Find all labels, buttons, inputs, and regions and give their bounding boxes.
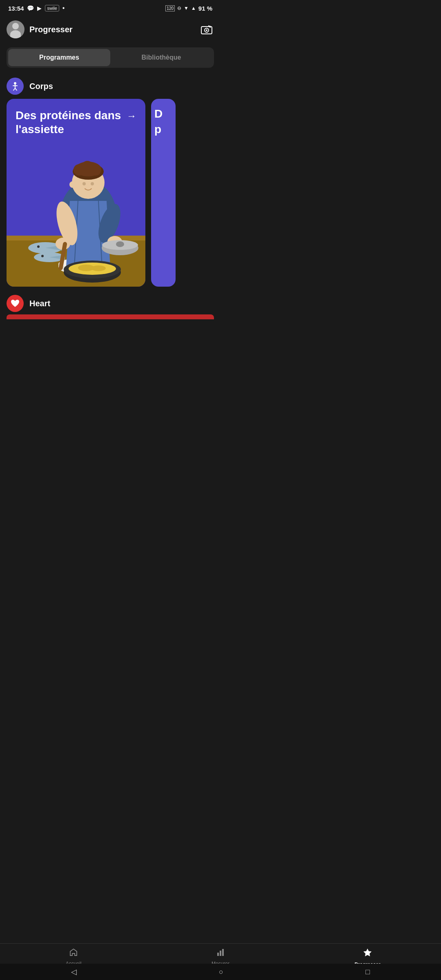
person-icon (10, 81, 20, 91)
tab-programmes[interactable]: Programmes (8, 49, 110, 66)
card-arrow: → (127, 110, 136, 122)
svg-point-13 (37, 245, 40, 248)
svg-point-28 (82, 182, 86, 185)
svg-point-30 (69, 181, 76, 188)
svg-point-29 (91, 182, 94, 185)
messenger-icon: 💬 (27, 5, 34, 11)
wifi-icon: ▼ (184, 5, 189, 11)
svg-point-27 (90, 164, 101, 176)
camera-location-button[interactable] (199, 22, 214, 37)
signal-icon: ▲ (191, 5, 196, 11)
svg-line-8 (15, 88, 17, 90)
youtube-icon: ▶ (37, 5, 42, 11)
corps-icon-circle (7, 78, 24, 95)
svg-point-3 (209, 26, 211, 27)
status-icons: 120 ⊖ ▼ ▲ 91 % (165, 5, 212, 12)
tab-bibliotheque[interactable]: Bibliothèque (110, 49, 212, 66)
svg-point-16 (41, 255, 44, 257)
heart-icon-circle (7, 295, 24, 312)
notification-dot: • (62, 4, 65, 12)
hz-icon: 120 (165, 5, 175, 11)
battery-level: 91 % (198, 5, 212, 12)
cooking-illustration (7, 152, 145, 287)
heart-section: Heart (0, 287, 220, 314)
program-card-proteines[interactable]: Des protéines dans l'assiette → (7, 99, 145, 287)
partial-card-text: D (154, 107, 172, 121)
heart-icon (11, 299, 20, 307)
tab-switcher: Programmes Bibliothèque (7, 47, 214, 68)
svg-point-38 (116, 241, 124, 247)
svg-point-43 (91, 265, 106, 271)
heart-section-header: Heart (7, 295, 214, 312)
card-title-proteines: Des protéines dans l'assiette (7, 99, 145, 136)
app-header: Progresser (0, 16, 220, 42)
corps-section-header: Corps (0, 73, 220, 99)
heart-label: Heart (29, 299, 50, 308)
svg-point-2 (206, 29, 207, 31)
header-left: Progresser (7, 20, 73, 38)
heart-card-preview (7, 314, 214, 319)
dnd-icon: ⊖ (177, 5, 181, 11)
program-card-partial[interactable]: D p (151, 99, 176, 287)
corps-label: Corps (29, 82, 53, 91)
status-bar: 13:54 💬 ▶ swile • 120 ⊖ ▼ ▲ 91 % (0, 0, 220, 16)
partial-card-text2: p (154, 122, 172, 136)
swile-label: swile (45, 5, 59, 11)
page-title: Progresser (29, 25, 73, 34)
programs-scroll[interactable]: Des protéines dans l'assiette → (0, 99, 220, 287)
status-time: 13:54 (8, 5, 24, 12)
avatar[interactable] (7, 20, 24, 38)
